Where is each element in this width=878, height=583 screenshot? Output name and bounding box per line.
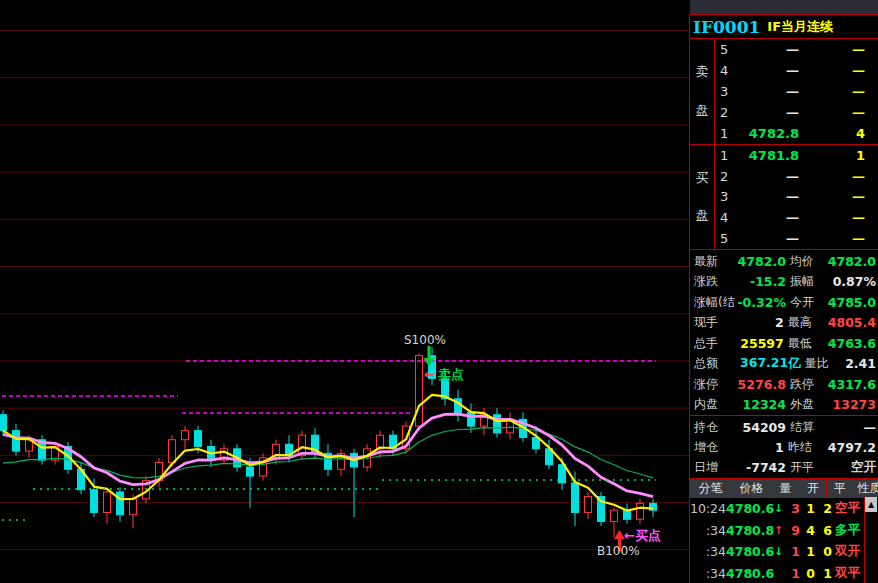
tick-open-qty: 1 [800,544,815,559]
price-chart[interactable]: S100%←卖点←买点B100% [0,0,690,583]
book-price[interactable]: — [736,63,825,78]
instrument-header: IF0001 IF当月连续 [690,14,878,39]
bid-row-1[interactable]: 14781.81 [715,145,878,166]
tab-5[interactable]: 平 [827,479,854,497]
ask-row-5[interactable]: 5—— [715,39,878,60]
tick-row: :344780.6↓110双开 [690,541,878,563]
stat-row: 总额367.21亿量比2.41 [694,354,876,375]
book-price[interactable]: 4782.8 [736,126,825,141]
candlestick [0,415,7,431]
tick-row: :344780.6101双平 [690,563,878,583]
stat-value: 367.21亿 [740,355,801,372]
tick-open-qty: 4 [800,523,815,538]
book-price[interactable]: — [736,210,825,225]
book-label-char: 盘 [696,207,709,225]
sell-signal-label: S100% [404,333,446,347]
symbol-code: IF0001 [693,17,760,37]
bid-row-4[interactable]: 4—— [715,207,878,228]
stat-value: -0.32% [737,295,786,310]
book-level: 2 [715,105,736,120]
tab-4[interactable]: 开 [800,479,827,497]
book-label-char: 卖 [696,63,709,81]
candlestick [117,492,124,515]
stat-label: 增仓 [694,439,740,456]
book-level: 4 [715,210,736,225]
stat-label: 涨幅(结 [694,294,737,311]
stat-label: 涨停 [694,376,738,393]
candlestick-chart-canvas[interactable]: S100%←卖点←买点B100% [0,0,690,583]
candlestick [416,356,423,426]
quote-panel: IF0001 IF当月连续 卖盘 5——4——3——2——14782.84 买盘… [689,14,878,583]
stat-label: 开平 [790,459,830,476]
tick-scrollbar[interactable]: ▲ [864,497,878,583]
bid-row-5[interactable]: 5—— [715,228,878,249]
stat-label: 总手 [694,335,740,352]
book-level: 1 [715,148,736,163]
tab-6[interactable]: 性质 [854,479,878,497]
stat-value: -7742 [740,460,786,475]
book-price[interactable]: 4781.8 [736,148,825,163]
ask-row-1[interactable]: 14782.84 [715,123,878,144]
book-volume: — [825,63,878,78]
position-stats: 持仓54209结算—增仓1昨结4797.2日增-7742开平空开 [690,415,878,478]
bid-book: 买盘 14781.812——3——4——5—— [690,145,878,250]
tick-time: 10:24 [690,501,726,516]
book-price[interactable]: — [736,105,825,120]
book-price[interactable]: — [736,42,825,57]
book-level: 5 [715,231,736,246]
stat-value: 2 [740,315,784,330]
book-level: 5 [715,42,736,57]
tick-volume: 1 [785,544,800,559]
bid-row-3[interactable]: 3—— [715,187,878,208]
tab-2[interactable]: 价格 [732,479,772,497]
sell-point-arrow-glyph: ← [424,367,435,382]
book-price[interactable]: — [736,169,825,184]
candlestick [169,440,176,463]
tick-row: 10:244780.6↓312空平 [690,498,878,520]
ask-row-4[interactable]: 4—— [715,60,878,81]
tick-close-qty: 2 [815,501,832,516]
book-volume: — [825,210,878,225]
sell-point-label: 卖点 [438,367,464,382]
tick-volume: 1 [785,566,800,581]
quote-stats: 最新4782.0均价4782.0涨跌-15.2振幅0.87%涨幅(结-0.32%… [690,250,878,415]
candlestick [91,490,98,513]
stat-row: 总手25597最低4763.6 [694,333,876,354]
book-volume: — [825,231,878,246]
book-price[interactable]: — [736,84,825,99]
stat-value: 25597 [740,336,784,351]
book-price[interactable]: — [736,189,825,204]
candlestick [611,510,618,521]
book-volume: 1 [825,148,878,163]
tick-open-qty: 0 [800,566,815,581]
stat-label: 涨跌 [694,273,740,290]
stat-value: 4797.2 [828,440,876,455]
book-price[interactable]: — [736,231,825,246]
stat-value: 5276.8 [738,377,786,392]
trading-terminal: { "header": { "symbol": "IF0001", "name"… [0,0,878,583]
tick-price: 4780.8 [726,523,772,538]
ask-row-3[interactable]: 3—— [715,81,878,102]
candlestick [195,431,202,447]
tick-close-qty: 0 [815,544,832,559]
tick-time: :34 [690,566,726,581]
stat-label: 最低 [788,335,828,352]
stat-row: 持仓54209结算— [694,417,876,437]
stat-label: 昨结 [788,439,828,456]
book-volume: — [825,42,878,57]
stat-label: 今开 [790,294,828,311]
ask-row-2[interactable]: 2—— [715,102,878,123]
stat-label: 外盘 [790,396,830,413]
scroll-up-button[interactable]: ▲ [865,497,877,512]
tab-3[interactable]: 量 [772,479,800,497]
candlestick [130,499,137,515]
book-volume: 4 [825,126,878,141]
stat-row: 现手2最高4805.4 [694,313,876,334]
stat-label: 跌停 [790,376,828,393]
tab-1[interactable]: 分笔 [690,479,732,497]
stat-value: 0.87% [830,274,876,289]
book-volume: — [825,169,878,184]
stat-label: 结算 [790,419,830,436]
bid-row-2[interactable]: 2—— [715,166,878,187]
bid-book-label: 买盘 [690,145,715,249]
